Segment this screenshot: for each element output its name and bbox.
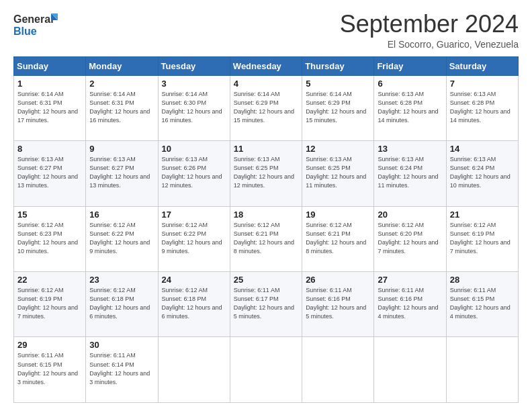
page: General Blue September 2024 El Socorro, … bbox=[0, 0, 532, 411]
day-22: 22 Sunrise: 6:12 AMSunset: 6:19 PMDaylig… bbox=[14, 272, 86, 337]
day-6: 6 Sunrise: 6:13 AMSunset: 6:28 PMDayligh… bbox=[374, 75, 446, 140]
header-row: Sunday Monday Tuesday Wednesday Thursday… bbox=[14, 56, 519, 75]
day-16: 16 Sunrise: 6:12 AMSunset: 6:22 PMDaylig… bbox=[86, 206, 158, 271]
day-10: 10 Sunrise: 6:13 AMSunset: 6:26 PMDaylig… bbox=[158, 141, 230, 206]
day-21: 21 Sunrise: 6:12 AMSunset: 6:19 PMDaylig… bbox=[446, 206, 518, 271]
day-28: 28 Sunrise: 6:11 AMSunset: 6:15 PMDaylig… bbox=[446, 272, 518, 337]
day-13: 13 Sunrise: 6:13 AMSunset: 6:24 PMDaylig… bbox=[374, 141, 446, 206]
day-14: 14 Sunrise: 6:13 AMSunset: 6:24 PMDaylig… bbox=[446, 141, 518, 206]
svg-text:Blue: Blue bbox=[13, 26, 37, 37]
col-saturday: Saturday bbox=[446, 56, 518, 75]
day-18: 18 Sunrise: 6:12 AMSunset: 6:21 PMDaylig… bbox=[230, 206, 302, 271]
day-29: 29 Sunrise: 6:11 AMSunset: 6:15 PMDaylig… bbox=[14, 337, 86, 403]
day-12: 12 Sunrise: 6:13 AMSunset: 6:25 PMDaylig… bbox=[302, 141, 374, 206]
week-1: 1 Sunrise: 6:14 AMSunset: 6:31 PMDayligh… bbox=[14, 75, 519, 140]
day-5: 5 Sunrise: 6:14 AMSunset: 6:29 PMDayligh… bbox=[302, 75, 374, 140]
empty-5 bbox=[446, 337, 518, 403]
header: General Blue September 2024 El Socorro, … bbox=[13, 11, 519, 50]
empty-2 bbox=[230, 337, 302, 403]
svg-text:General: General bbox=[13, 13, 54, 25]
logo: General Blue bbox=[13, 11, 60, 39]
day-25: 25 Sunrise: 6:11 AMSunset: 6:17 PMDaylig… bbox=[230, 272, 302, 337]
week-3: 15 Sunrise: 6:12 AMSunset: 6:23 PMDaylig… bbox=[14, 206, 519, 271]
day-2: 2 Sunrise: 6:14 AMSunset: 6:31 PMDayligh… bbox=[86, 75, 158, 140]
col-sunday: Sunday bbox=[14, 56, 86, 75]
title-block: September 2024 El Socorro, Guarico, Vene… bbox=[340, 11, 519, 50]
day-23: 23 Sunrise: 6:12 AMSunset: 6:18 PMDaylig… bbox=[86, 272, 158, 337]
week-4: 22 Sunrise: 6:12 AMSunset: 6:19 PMDaylig… bbox=[14, 272, 519, 337]
day-8: 8 Sunrise: 6:13 AMSunset: 6:27 PMDayligh… bbox=[14, 141, 86, 206]
day-24: 24 Sunrise: 6:12 AMSunset: 6:18 PMDaylig… bbox=[158, 272, 230, 337]
empty-3 bbox=[302, 337, 374, 403]
col-wednesday: Wednesday bbox=[230, 56, 302, 75]
col-tuesday: Tuesday bbox=[158, 56, 230, 75]
day-7: 7 Sunrise: 6:13 AMSunset: 6:28 PMDayligh… bbox=[446, 75, 518, 140]
day-4: 4 Sunrise: 6:14 AMSunset: 6:29 PMDayligh… bbox=[230, 75, 302, 140]
day-27: 27 Sunrise: 6:11 AMSunset: 6:16 PMDaylig… bbox=[374, 272, 446, 337]
day-20: 20 Sunrise: 6:12 AMSunset: 6:20 PMDaylig… bbox=[374, 206, 446, 271]
day-19: 19 Sunrise: 6:12 AMSunset: 6:21 PMDaylig… bbox=[302, 206, 374, 271]
day-30: 30 Sunrise: 6:11 AMSunset: 6:14 PMDaylig… bbox=[86, 337, 158, 403]
empty-1 bbox=[158, 337, 230, 403]
day-1: 1 Sunrise: 6:14 AMSunset: 6:31 PMDayligh… bbox=[14, 75, 86, 140]
calendar: Sunday Monday Tuesday Wednesday Thursday… bbox=[13, 56, 519, 403]
day-17: 17 Sunrise: 6:12 AMSunset: 6:22 PMDaylig… bbox=[158, 206, 230, 271]
logo-svg: General Blue bbox=[13, 11, 60, 39]
col-thursday: Thursday bbox=[302, 56, 374, 75]
day-9: 9 Sunrise: 6:13 AMSunset: 6:27 PMDayligh… bbox=[86, 141, 158, 206]
col-friday: Friday bbox=[374, 56, 446, 75]
day-11: 11 Sunrise: 6:13 AMSunset: 6:25 PMDaylig… bbox=[230, 141, 302, 206]
day-15: 15 Sunrise: 6:12 AMSunset: 6:23 PMDaylig… bbox=[14, 206, 86, 271]
day-26: 26 Sunrise: 6:11 AMSunset: 6:16 PMDaylig… bbox=[302, 272, 374, 337]
day-3: 3 Sunrise: 6:14 AMSunset: 6:30 PMDayligh… bbox=[158, 75, 230, 140]
month-title: September 2024 bbox=[340, 11, 519, 38]
col-monday: Monday bbox=[86, 56, 158, 75]
location: El Socorro, Guarico, Venezuela bbox=[340, 39, 519, 50]
empty-4 bbox=[374, 337, 446, 403]
week-2: 8 Sunrise: 6:13 AMSunset: 6:27 PMDayligh… bbox=[14, 141, 519, 206]
week-5: 29 Sunrise: 6:11 AMSunset: 6:15 PMDaylig… bbox=[14, 337, 519, 403]
